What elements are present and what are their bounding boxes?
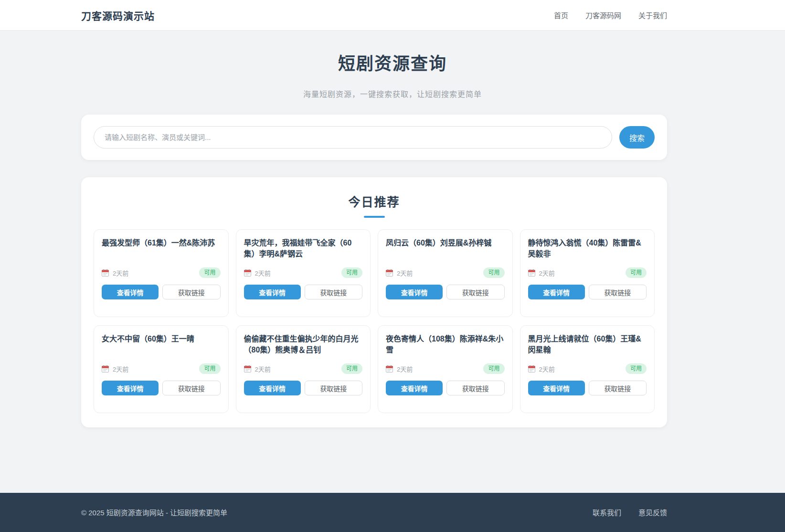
view-detail-button[interactable]: 查看详情	[102, 381, 159, 395]
calendar-icon	[102, 269, 109, 277]
status-badge: 可用	[626, 363, 647, 374]
hero-section: 短剧资源查询 海量短剧资源，一键搜索获取，让短剧搜索更简单	[0, 31, 785, 99]
title-underline	[364, 216, 385, 218]
footer-link-feedback[interactable]: 意见反馈	[638, 507, 667, 517]
view-detail-button[interactable]: 查看详情	[244, 381, 301, 395]
calendar-icon	[528, 269, 535, 277]
card-actions: 查看详情 获取链接	[528, 285, 647, 299]
main-nav: 首页 刀客源码网 关于我们	[554, 10, 667, 20]
footer: © 2025 短剧资源查询网站 - 让短剧搜索更简单 联系我们 意见反馈	[0, 493, 785, 532]
view-detail-button[interactable]: 查看详情	[244, 285, 301, 299]
nav-item-about[interactable]: 关于我们	[638, 10, 667, 20]
drama-card: 偷偷藏不住重生偏执少年的白月光（80集）熊奥博＆吕钊 2天前 可用 查看详情 获…	[236, 325, 371, 413]
card-meta: 2天前 可用	[386, 363, 505, 374]
status-badge: 可用	[199, 363, 220, 374]
footer-links: 联系我们 意见反馈	[593, 507, 667, 517]
drama-title: 凤归云（60集）刘昱展&孙梓铖	[386, 237, 505, 260]
drama-title: 静待惊鸿入翁慌（40集）陈雷雷&吴毅非	[528, 237, 647, 260]
card-actions: 查看详情 获取链接	[244, 381, 363, 395]
card-meta: 2天前 可用	[528, 267, 647, 278]
drama-card: 女大不中留（60集）王一晴 2天前 可用 查看详情 获取链接	[94, 325, 229, 413]
recommend-title: 今日推荐	[94, 192, 655, 210]
get-link-button[interactable]: 获取链接	[162, 285, 220, 299]
view-detail-button[interactable]: 查看详情	[528, 381, 585, 395]
card-meta: 2天前 可用	[244, 363, 363, 374]
card-actions: 查看详情 获取链接	[244, 285, 363, 299]
copyright-text: © 2025 短剧资源查询网站 - 让短剧搜索更简单	[81, 507, 227, 517]
get-link-button[interactable]: 获取链接	[446, 285, 504, 299]
view-detail-button[interactable]: 查看详情	[102, 285, 159, 299]
status-badge: 可用	[341, 267, 362, 278]
get-link-button[interactable]: 获取链接	[305, 285, 362, 299]
view-detail-button[interactable]: 查看详情	[528, 285, 585, 299]
status-badge: 可用	[341, 363, 362, 374]
drama-card: 静待惊鸿入翁慌（40集）陈雷雷&吴毅非 2天前 可用 查看详情 获取链接	[520, 229, 655, 317]
posted-time: 2天前	[539, 364, 555, 373]
card-meta: 2天前 可用	[386, 267, 505, 278]
card-actions: 查看详情 获取链接	[102, 285, 221, 299]
drama-card: 最强发型师（61集）一然&陈沛苏 2天前 可用 查看详情 获取链接	[94, 229, 229, 317]
status-badge: 可用	[199, 267, 220, 278]
drama-title: 最强发型师（61集）一然&陈沛苏	[102, 237, 221, 260]
drama-title: 旱灾荒年，我福娃带飞全家（60集）李明&萨钢云	[244, 237, 363, 260]
card-actions: 查看详情 获取链接	[386, 285, 505, 299]
calendar-icon	[386, 269, 393, 277]
drama-title: 夜色寄情人（108集）陈添祥&朱小雪	[386, 333, 505, 356]
card-actions: 查看详情 获取链接	[528, 381, 647, 395]
drama-title: 黑月光上线请就位（60集）王瑾&闵星翰	[528, 333, 647, 356]
posted-time: 2天前	[113, 364, 128, 373]
search-input[interactable]	[94, 126, 612, 149]
drama-card: 夜色寄情人（108集）陈添祥&朱小雪 2天前 可用 查看详情 获取链接	[378, 325, 513, 413]
posted-time: 2天前	[397, 268, 413, 277]
drama-title: 偷偷藏不住重生偏执少年的白月光（80集）熊奥博＆吕钊	[244, 333, 363, 356]
status-badge: 可用	[626, 267, 647, 278]
view-detail-button[interactable]: 查看详情	[386, 381, 443, 395]
cards-grid: 最强发型师（61集）一然&陈沛苏 2天前 可用 查看详情 获取链接 旱灾荒年，我…	[94, 229, 655, 413]
calendar-icon	[386, 365, 393, 372]
drama-card: 凤归云（60集）刘昱展&孙梓铖 2天前 可用 查看详情 获取链接	[378, 229, 513, 317]
status-badge: 可用	[483, 363, 504, 374]
nav-item-daoke-source[interactable]: 刀客源码网	[585, 10, 621, 20]
card-actions: 查看详情 获取链接	[102, 381, 221, 395]
get-link-button[interactable]: 获取链接	[446, 381, 504, 395]
status-badge: 可用	[483, 267, 504, 278]
get-link-button[interactable]: 获取链接	[589, 285, 647, 299]
posted-time: 2天前	[113, 268, 128, 277]
card-actions: 查看详情 获取链接	[386, 381, 505, 395]
get-link-button[interactable]: 获取链接	[162, 381, 220, 395]
drama-card: 黑月光上线请就位（60集）王瑾&闵星翰 2天前 可用 查看详情 获取链接	[520, 325, 655, 413]
recommend-section: 今日推荐 最强发型师（61集）一然&陈沛苏 2天前 可用 查看详情 获取链接	[81, 177, 667, 427]
calendar-icon	[244, 365, 251, 372]
card-meta: 2天前 可用	[102, 267, 221, 278]
card-meta: 2天前 可用	[244, 267, 363, 278]
get-link-button[interactable]: 获取链接	[589, 381, 647, 395]
search-panel: 搜索	[81, 115, 667, 160]
card-meta: 2天前 可用	[102, 363, 221, 374]
get-link-button[interactable]: 获取链接	[305, 381, 362, 395]
drama-card: 旱灾荒年，我福娃带飞全家（60集）李明&萨钢云 2天前 可用 查看详情 获取链接	[236, 229, 371, 317]
nav-item-home[interactable]: 首页	[554, 10, 568, 20]
site-logo: 刀客源码演示站	[81, 8, 155, 22]
page-subtitle: 海量短剧资源，一键搜索获取，让短剧搜索更简单	[0, 88, 785, 99]
drama-title: 女大不中留（60集）王一晴	[102, 333, 221, 356]
card-meta: 2天前 可用	[528, 363, 647, 374]
page-title: 短剧资源查询	[0, 31, 785, 74]
posted-time: 2天前	[255, 268, 271, 277]
footer-link-contact[interactable]: 联系我们	[593, 507, 621, 517]
calendar-icon	[528, 365, 535, 372]
posted-time: 2天前	[255, 364, 271, 373]
header: 刀客源码演示站 首页 刀客源码网 关于我们	[0, 0, 785, 31]
search-button[interactable]: 搜索	[619, 126, 655, 149]
posted-time: 2天前	[539, 268, 555, 277]
calendar-icon	[102, 365, 109, 372]
view-detail-button[interactable]: 查看详情	[386, 285, 443, 299]
calendar-icon	[244, 269, 251, 277]
posted-time: 2天前	[397, 364, 413, 373]
